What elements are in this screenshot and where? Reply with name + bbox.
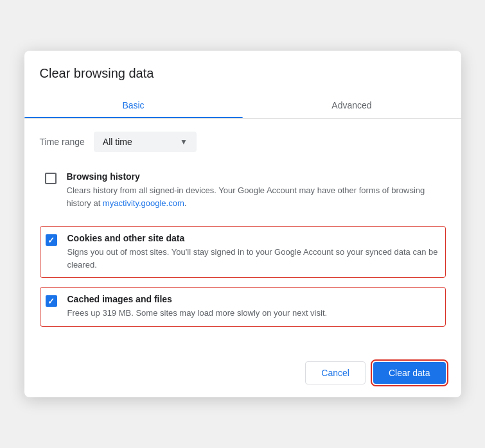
cookies-title: Cookies and other site data — [67, 233, 440, 243]
browsing-history-title: Browsing history — [67, 171, 441, 182]
clear-browsing-data-dialog: Clear browsing data Basic Advanced Time … — [24, 51, 461, 397]
dropdown-arrow-icon: ▼ — [180, 137, 188, 146]
cookies-checkbox[interactable] — [46, 234, 57, 246]
browsing-history-desc: Clears history from all signed-in device… — [67, 184, 441, 209]
cookies-desc: Signs you out of most sites. You'll stay… — [67, 246, 440, 271]
tab-basic[interactable]: Basic — [24, 91, 243, 118]
clear-data-button[interactable]: Clear data — [373, 362, 446, 384]
browsing-history-checkbox[interactable] — [45, 173, 57, 184]
cookies-text: Cookies and other site data Signs you ou… — [67, 233, 440, 271]
tab-basic-label: Basic — [122, 100, 144, 110]
list-item: Cached images and files Frees up 319 MB.… — [40, 287, 446, 327]
tabs-row: Basic Advanced — [24, 91, 461, 119]
cancel-button[interactable]: Cancel — [305, 361, 366, 384]
checkbox-wrapper — [45, 173, 57, 184]
list-item: Cookies and other site data Signs you ou… — [40, 226, 446, 278]
tab-advanced[interactable]: Advanced — [243, 91, 461, 118]
myactivity-link[interactable]: myactivity.google.com — [103, 198, 184, 208]
dialog-content: Time range All time ▼ Browsing history C… — [24, 119, 461, 351]
checkbox-wrapper — [46, 295, 57, 307]
tab-advanced-label: Advanced — [331, 100, 371, 110]
cached-text: Cached images and files Frees up 319 MB.… — [67, 294, 440, 320]
cached-desc: Frees up 319 MB. Some sites may load mor… — [67, 307, 440, 320]
time-range-label: Time range — [40, 137, 85, 147]
time-range-row: Time range All time ▼ — [40, 132, 446, 152]
dialog-title: Clear browsing data — [24, 51, 461, 91]
dialog-footer: Cancel Clear data — [24, 351, 461, 397]
cached-title: Cached images and files — [67, 294, 440, 304]
list-item: Browsing history Clears history from all… — [40, 165, 446, 216]
cached-checkbox[interactable] — [46, 295, 57, 307]
time-range-select[interactable]: All time ▼ — [94, 132, 197, 152]
browsing-history-desc-suffix: . — [184, 198, 187, 208]
checkbox-wrapper — [46, 234, 57, 246]
time-range-value: All time — [103, 137, 132, 147]
browsing-history-text: Browsing history Clears history from all… — [67, 171, 441, 209]
